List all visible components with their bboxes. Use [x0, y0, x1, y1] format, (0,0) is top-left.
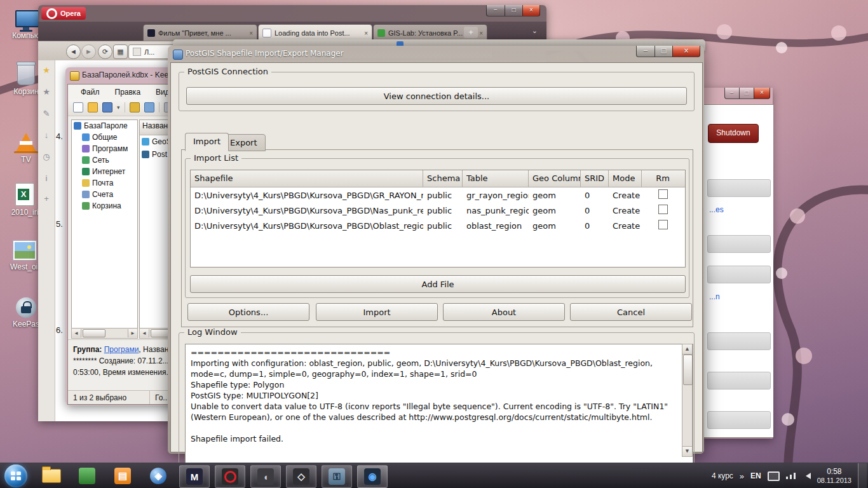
- language-indicator[interactable]: EN: [750, 471, 761, 480]
- action-button[interactable]: About: [443, 303, 565, 321]
- column-header[interactable]: Rm: [642, 170, 684, 187]
- reload-button[interactable]: ⟳: [98, 44, 112, 59]
- taskbar-clock[interactable]: 0:58 08.11.2013: [817, 467, 851, 485]
- scroll-left-icon[interactable]: ◄: [140, 329, 149, 337]
- new-tab-button[interactable]: +: [464, 27, 478, 38]
- tab-close-icon[interactable]: ×: [249, 30, 253, 37]
- rm-checkbox[interactable]: [658, 189, 668, 199]
- network-tray-icon[interactable]: [786, 473, 796, 479]
- add-file-button[interactable]: Add File: [190, 275, 686, 293]
- shutdown-button[interactable]: Shutdown: [708, 124, 759, 143]
- tab-menu-chevron-icon[interactable]: ⌄: [532, 27, 538, 35]
- rm-checkbox[interactable]: [658, 205, 668, 214]
- column-header[interactable]: Table: [463, 170, 529, 187]
- close-button[interactable]: ×: [522, 5, 540, 17]
- section-bar[interactable]: [707, 179, 771, 197]
- tree-horizontal-scrollbar[interactable]: ◄ ►: [71, 328, 138, 339]
- section-bar[interactable]: [707, 266, 771, 283]
- new-database-icon[interactable]: [73, 102, 83, 112]
- tree-root-item[interactable]: БазаПароле: [72, 120, 137, 132]
- tree-group-item[interactable]: Почта: [72, 177, 137, 189]
- taskbar-browser-compass-button[interactable]: ◈: [144, 465, 173, 487]
- maximize-button[interactable]: □: [505, 5, 522, 17]
- tree-group-item[interactable]: Интернет: [72, 166, 137, 177]
- column-header[interactable]: SRID: [581, 170, 609, 187]
- scroll-down-icon[interactable]: ▼: [682, 446, 692, 456]
- minimize-button[interactable]: −: [486, 5, 505, 17]
- tree-group-item[interactable]: Корзина: [72, 200, 137, 212]
- maximize-button[interactable]: □: [740, 88, 754, 99]
- opera-titlebar[interactable]: Opera − □ ×: [38, 5, 546, 22]
- hidden-icons-chevron[interactable]: »: [740, 471, 744, 481]
- back-button[interactable]: ◄: [66, 44, 81, 59]
- truncated-link[interactable]: ...es: [709, 205, 724, 214]
- table-row[interactable]: D:\Universyty\4_Kurs\PBGD\Kursova_PBGD\N…: [191, 203, 685, 218]
- table-row[interactable]: D:\Universyty\4_Kurs\PBGD\Kursova_PBGD\O…: [191, 218, 685, 233]
- star-panel-icon[interactable]: ★: [38, 87, 55, 97]
- view-connection-details-button[interactable]: View connection details...: [186, 87, 687, 105]
- minimize-button[interactable]: −: [724, 88, 740, 99]
- browser-tab[interactable]: Фильм "Привет, мне ... ×: [143, 24, 257, 41]
- taskbar-postgis-button[interactable]: ◉: [357, 465, 388, 488]
- scroll-right-icon[interactable]: ►: [128, 329, 137, 337]
- scroll-left-icon[interactable]: ◄: [72, 329, 81, 337]
- tree-group-item[interactable]: Программ: [72, 143, 137, 154]
- start-button[interactable]: [4, 464, 27, 487]
- tree-group-item[interactable]: Счета: [72, 189, 137, 200]
- scroll-thumb[interactable]: [83, 329, 105, 337]
- taskbar-media-app-button[interactable]: M: [179, 465, 210, 488]
- taskbar-office-button[interactable]: ▤: [108, 465, 137, 487]
- tree-group-item[interactable]: Общие: [72, 132, 137, 143]
- history-clock-icon[interactable]: ◷: [38, 152, 55, 161]
- section-bar[interactable]: [707, 235, 771, 253]
- display-tray-icon[interactable]: [768, 471, 780, 481]
- close-button[interactable]: ×: [754, 88, 770, 99]
- log-vertical-scrollbar[interactable]: ▲ ▼: [682, 344, 693, 457]
- table-row[interactable]: D:\Universyty\4_Kurs\PBGD\Kursova_PBGD\G…: [191, 187, 685, 203]
- info-icon[interactable]: i: [38, 173, 55, 183]
- taskbar-diamond-app-button[interactable]: ◇: [286, 465, 316, 488]
- add-panel-icon[interactable]: +: [38, 194, 55, 203]
- close-button[interactable]: ×: [672, 46, 700, 57]
- section-bar[interactable]: [707, 372, 771, 390]
- taskbar-gray-app-button[interactable]: ◖: [250, 465, 281, 488]
- maximize-button[interactable]: □: [655, 46, 672, 57]
- add-entry-key-icon[interactable]: [130, 102, 140, 112]
- dropdown-caret-icon[interactable]: ▾: [117, 104, 120, 111]
- truncated-link[interactable]: ...n: [709, 292, 720, 301]
- taskbar-explorer-button[interactable]: [37, 465, 66, 487]
- minimize-button[interactable]: −: [636, 46, 655, 57]
- section-bar[interactable]: [707, 411, 771, 429]
- taskbar-keepass-button[interactable]: ⚿: [322, 465, 352, 488]
- tab-close-icon[interactable]: ×: [479, 30, 483, 37]
- tab-close-icon[interactable]: ×: [364, 30, 368, 37]
- column-header[interactable]: Mode: [609, 170, 642, 187]
- browser-tab[interactable]: Loading data into Post... ×: [258, 24, 372, 41]
- open-database-icon[interactable]: [88, 102, 98, 112]
- menu-item[interactable]: Файл: [81, 88, 100, 97]
- tree-group-item[interactable]: Сеть: [72, 154, 137, 166]
- column-header[interactable]: Geo Column: [529, 170, 581, 187]
- notes-icon[interactable]: ✎: [38, 109, 55, 118]
- user-entry-icon[interactable]: [144, 102, 154, 112]
- forward-button[interactable]: ►: [81, 44, 96, 59]
- scroll-thumb[interactable]: [683, 355, 693, 385]
- opera-menu-button[interactable]: Opera: [41, 7, 86, 20]
- speed-dial-button[interactable]: ▦: [113, 44, 128, 59]
- menu-item[interactable]: Правка: [115, 88, 141, 97]
- taskbar-opera-button[interactable]: [215, 465, 245, 488]
- volume-tray-icon[interactable]: [803, 473, 811, 479]
- action-button[interactable]: Import: [316, 303, 438, 321]
- save-icon[interactable]: [102, 102, 112, 112]
- column-header[interactable]: Shapefile: [191, 170, 423, 187]
- downloads-icon[interactable]: ↓: [38, 130, 55, 140]
- group-link[interactable]: Програми: [104, 345, 139, 354]
- bookmarks-star-icon[interactable]: ★: [38, 65, 55, 75]
- action-button[interactable]: Options...: [187, 303, 309, 321]
- taskbar-green-app-button[interactable]: [72, 465, 102, 487]
- show-desktop-button[interactable]: [858, 463, 867, 488]
- tab-import[interactable]: Import: [185, 133, 229, 151]
- scroll-up-icon[interactable]: ▲: [682, 344, 692, 355]
- rm-checkbox[interactable]: [658, 220, 668, 229]
- action-button[interactable]: Cancel: [570, 303, 692, 321]
